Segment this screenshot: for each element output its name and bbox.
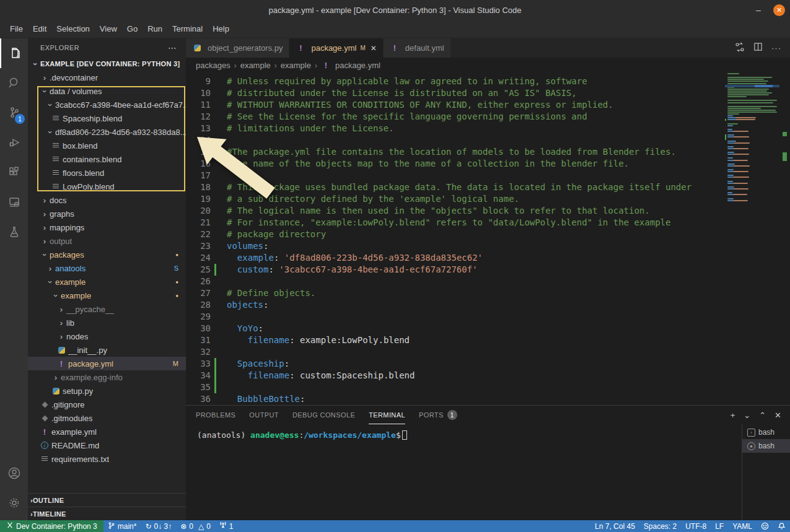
code-line[interactable]: 18# This package uses bundled package da… [186,181,790,193]
code-line[interactable]: 34 filename: custom:Spaceship.blend [186,370,790,382]
tab-object-generators-py[interactable]: object_generators.py [186,38,289,58]
tree-item-spaceship-blend[interactable]: Spaceship.blend [28,111,186,125]
tree-item--gitmodules[interactable]: .gitmodules [28,411,186,425]
source-control-icon[interactable]: 1 [0,98,28,128]
code-line[interactable]: 19# a sub directory defined by the 'exam… [186,193,790,205]
tree-item-graphs[interactable]: ›graphs [28,207,186,220]
more-actions-icon[interactable]: ··· [771,43,781,53]
tree-item-containers-blend[interactable]: containers.blend [28,152,186,166]
extensions-icon[interactable] [0,157,28,187]
tree-item-box-blend[interactable]: box.blend [28,139,186,152]
language-mode[interactable]: YAML [728,520,757,532]
tree-item-output[interactable]: ›output [28,234,186,248]
settings-gear-icon[interactable] [0,488,28,518]
tab-default-yml[interactable]: !default.yml [384,38,451,58]
close-panel-icon[interactable]: ✕ [775,411,781,420]
minimize-button[interactable]: – [753,5,763,15]
panel-tab-terminal[interactable]: TERMINAL [369,406,405,424]
code-line[interactable]: 13# limitations under the License. [186,123,790,134]
code-line[interactable]: 26 [186,276,790,287]
tree-item-nodes[interactable]: ›nodes [28,329,186,343]
menu-item-terminal[interactable]: Terminal [167,22,208,36]
workspace-section[interactable]: › EXAMPLE [DEV CONTAINER: PYTHON 3] [28,57,186,71]
new-terminal-icon[interactable]: + [731,411,735,420]
outline-section[interactable]: › OUTLINE [28,493,186,507]
minimap[interactable] [725,73,779,405]
remote-indicator[interactable]: Dev Container: Python 3 [0,520,103,532]
code-line[interactable]: 20# The logical name is then used in the… [186,205,790,217]
tree-item-setup-py[interactable]: setup.py [28,384,186,398]
terminal-list-item[interactable]: ●bash [742,439,790,453]
tree-item--devcontainer[interactable]: ›.devcontainer [28,71,186,84]
tree-item-example[interactable]: ›example● [28,289,186,302]
code-line[interactable]: 32 [186,346,790,358]
code-line[interactable]: 33 Spaceship: [186,358,790,370]
tree-item-requirements-txt[interactable]: requirements.txt [28,452,186,466]
tree-item-data-volumes[interactable]: ›data / volumes [28,84,186,98]
ports-status[interactable]: 1 [215,520,238,532]
menu-item-selection[interactable]: Selection [51,22,94,36]
code-line[interactable]: 11# WITHOUT WARRANTIES OR CONDITIONS OF … [186,99,790,111]
tree-item-package-yml[interactable]: !package.ymlM [28,357,186,370]
tree-item-mappings[interactable]: ›mappings [28,220,186,234]
terminal-content[interactable]: (anatools) anadev@ess:/workspaces/exampl… [186,424,742,520]
code-line[interactable]: 16#The name of the objects map to the na… [186,158,790,170]
run-debug-icon[interactable] [0,128,28,157]
tree-item-packages[interactable]: ›packages● [28,248,186,261]
code-line[interactable]: 25 custom: '3cabcc67-a398-4bee-aa1d-ecf6… [186,264,790,276]
code-line[interactable]: 12# See the License for the specific lan… [186,111,790,123]
git-branch-status[interactable]: main* [103,520,141,532]
tree-item-example-egg-info[interactable]: ›example.egg-info [28,370,186,384]
breadcrumb[interactable]: packages›example›example›!package.yml [186,58,790,73]
sync-status[interactable]: ↻ 0↓ 3↑ [141,520,176,532]
code-line[interactable]: 17 [186,170,790,181]
code-line[interactable]: 35 [186,382,790,393]
breadcrumb-file[interactable]: !package.yml [321,61,380,70]
tree-item-example-yml[interactable]: !example.yml [28,425,186,438]
panel-tab-debug-console[interactable]: DEBUG CONSOLE [292,406,355,424]
tree-item--gitignore[interactable]: .gitignore [28,398,186,411]
menu-item-run[interactable]: Run [143,22,167,36]
indentation[interactable]: Spaces: 2 [639,520,681,532]
panel-tab-output[interactable]: OUTPUT [249,406,279,424]
tree-item-docs[interactable]: ›docs [28,193,186,207]
tree-item-df8ad806-223b-4d56-a932-838da8-[interactable]: ›df8ad806-223b-4d56-a932-838da8... [28,125,186,139]
panel-tab-ports[interactable]: PORTS1 [419,406,457,424]
code-line[interactable]: 27# Define objects. [186,287,790,299]
code-line[interactable]: 24 example: 'df8ad806-223b-4d56-a932-838… [186,252,790,264]
account-icon[interactable] [0,458,28,488]
terminal-dropdown-icon[interactable]: ⌄ [744,411,750,420]
code-line[interactable]: 22# package directory [186,229,790,240]
tree-item--pycache-[interactable]: ›__pycache__ [28,302,186,316]
search-icon[interactable] [0,68,28,98]
remote-explorer-icon[interactable] [0,187,28,217]
menu-item-go[interactable]: Go [122,22,143,36]
panel-tab-problems[interactable]: PROBLEMS [196,406,235,424]
code-line[interactable]: 10# distributed under the License is dis… [186,87,790,99]
code-line[interactable]: 31 filename: example:LowPoly.blend [186,334,790,346]
encoding[interactable]: UTF-8 [681,520,711,532]
split-editor-icon[interactable] [753,42,763,54]
menu-item-help[interactable]: Help [208,22,234,36]
tree-item-floors-blend[interactable]: floors.blend [28,166,186,180]
code-line[interactable]: 15#The package.yml file contains the loc… [186,146,790,158]
tree-item-anatools[interactable]: ›anatoolsS [28,261,186,275]
explorer-icon[interactable] [0,38,28,68]
code-line[interactable]: 28objects: [186,299,790,311]
notifications-bell-icon[interactable] [773,520,790,532]
problems-status[interactable]: ⊗ 0 △ 0 [176,520,215,532]
maximize-panel-icon[interactable]: ⌃ [759,411,766,420]
code-line[interactable]: 36 BubbleBottle: [186,393,790,405]
code-line[interactable]: 29 [186,311,790,323]
breadcrumb-item[interactable]: packages [196,61,230,70]
code-line[interactable]: 23volumes: [186,240,790,252]
code-line[interactable]: 9# Unless required by applicable law or … [186,76,790,87]
tree-item-lowpoly-blend[interactable]: LowPoly.blend [28,180,186,193]
code-editor[interactable]: 9# Unless required by applicable law or … [186,73,790,405]
close-button[interactable]: ✕ [773,4,785,16]
open-changes-icon[interactable] [735,42,745,55]
tree-item--init-py[interactable]: __init__.py [28,343,186,357]
feedback-icon[interactable] [757,520,773,532]
tree-item-lib[interactable]: ›lib [28,316,186,329]
testing-icon[interactable] [0,217,28,246]
